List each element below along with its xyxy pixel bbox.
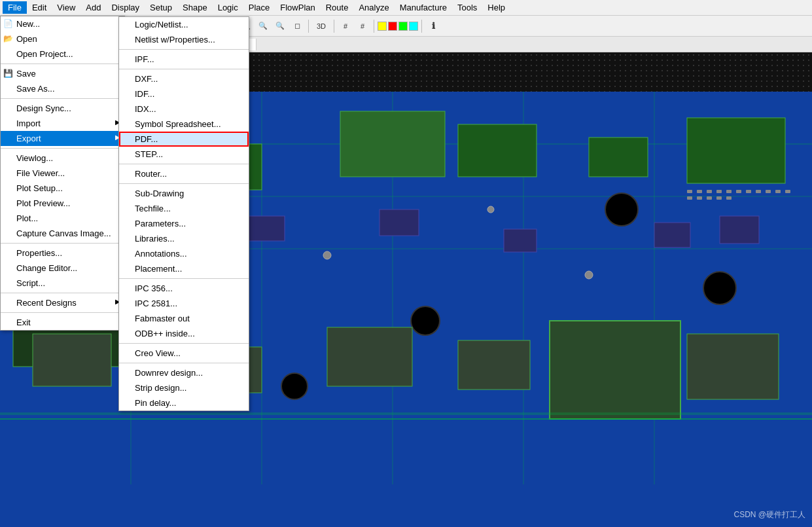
toolbar-layer2[interactable] — [388, 22, 397, 31]
menu-tools[interactable]: Tools — [452, 1, 482, 14]
exp-sep2 — [119, 69, 249, 69]
menu-new[interactable]: 📄 New... — [1, 16, 124, 31]
export-odb-inside[interactable]: ODB++ inside... — [119, 326, 249, 341]
svg-rect-41 — [458, 340, 530, 390]
menu-open[interactable]: 📂 Open — [1, 31, 124, 46]
svg-rect-16 — [550, 321, 680, 419]
sep6 — [1, 312, 124, 313]
menu-capture-canvas[interactable]: Capture Canvas Image... — [1, 226, 124, 241]
sep3 — [1, 148, 124, 149]
menu-import[interactable]: Import — [1, 116, 124, 131]
menu-flowplan[interactable]: FlowPlan — [275, 1, 320, 14]
export-ipc2581[interactable]: IPC 2581... — [119, 296, 249, 311]
menu-recent-designs[interactable]: Recent Designs — [1, 295, 124, 310]
svg-point-21 — [411, 306, 440, 335]
svg-rect-40 — [327, 327, 412, 386]
menu-export[interactable]: Export — [1, 131, 124, 146]
menu-add[interactable]: Add — [80, 1, 106, 14]
export-symbol-spreadsheet[interactable]: Symbol Spreadsheet... — [119, 117, 249, 132]
toolbar-layer1[interactable] — [378, 22, 387, 31]
svg-rect-50 — [736, 190, 741, 193]
toolbar-sep7 — [374, 20, 374, 33]
menu-script[interactable]: Script... — [1, 276, 124, 291]
export-router[interactable]: Router... — [119, 166, 249, 181]
menu-viewlog[interactable]: Viewlog... — [1, 151, 124, 166]
svg-point-28 — [487, 206, 494, 213]
toolbar-zoom4[interactable]: 🔍 — [255, 18, 271, 34]
open-icon: 📂 — [3, 34, 13, 43]
export-strip-design[interactable]: Strip design... — [119, 380, 249, 395]
export-placement[interactable]: Placement... — [119, 261, 249, 276]
svg-rect-9 — [340, 111, 445, 177]
menu-view[interactable]: View — [52, 1, 80, 14]
svg-rect-45 — [687, 190, 692, 193]
toolbar-layer4[interactable] — [409, 22, 418, 31]
menu-setup[interactable]: Setup — [145, 1, 177, 14]
svg-rect-13 — [458, 124, 537, 177]
svg-rect-47 — [707, 190, 712, 193]
svg-rect-36 — [654, 223, 690, 247]
export-techfile[interactable]: Techfile... — [119, 201, 249, 216]
svg-rect-58 — [707, 196, 712, 200]
menu-plot[interactable]: Plot... — [1, 211, 124, 226]
toolbar-sep8 — [421, 20, 422, 33]
exp-sep7 — [119, 363, 249, 363]
export-ipc356[interactable]: IPC 356... — [119, 281, 249, 296]
toolbar-zoom5[interactable]: 🔍 — [272, 18, 288, 34]
exp-sep3 — [119, 164, 249, 164]
toolbar-info[interactable]: ℹ — [425, 18, 441, 34]
menu-open-project[interactable]: Open Project... — [1, 46, 124, 62]
menu-logic[interactable]: Logic — [213, 1, 243, 14]
exp-sep4 — [119, 183, 249, 184]
export-sub-drawing[interactable]: Sub-Drawing — [119, 186, 249, 201]
svg-rect-34 — [380, 209, 419, 236]
toolbar-grid2[interactable]: # — [355, 18, 370, 34]
export-creo-view[interactable]: Creo View... — [119, 346, 249, 361]
menu-manufacture[interactable]: Manufacture — [395, 1, 452, 14]
export-parameters[interactable]: Parameters... — [119, 216, 249, 231]
export-idx[interactable]: IDX... — [119, 101, 249, 117]
menu-change-editor[interactable]: Change Editor... — [1, 261, 124, 276]
export-downrev-design[interactable]: Downrev design... — [119, 365, 249, 380]
menu-route[interactable]: Route — [321, 1, 354, 14]
export-netlist-properties[interactable]: Netlist w/Properties... — [119, 32, 249, 47]
svg-point-22 — [703, 272, 736, 304]
menu-file[interactable]: File — [3, 1, 27, 14]
menu-save[interactable]: 💾 Save — [1, 66, 124, 81]
toolbar-grid1[interactable]: # — [338, 18, 353, 34]
menu-exit[interactable]: Exit — [1, 315, 124, 330]
menu-save-as[interactable]: Save As... — [1, 81, 124, 96]
svg-rect-14 — [589, 137, 648, 177]
menu-plot-setup[interactable]: Plot Setup... — [1, 181, 124, 196]
menu-help[interactable]: Help — [482, 1, 510, 14]
export-ipf[interactable]: IPF... — [119, 52, 249, 67]
svg-rect-37 — [720, 216, 759, 244]
export-pdf[interactable]: PDF... — [119, 132, 249, 147]
menu-properties[interactable]: Properties... — [1, 245, 124, 261]
menu-plot-preview[interactable]: Plot Preview... — [1, 196, 124, 211]
sep1 — [1, 64, 124, 64]
menu-file-viewer[interactable]: File Viewer... — [1, 166, 124, 181]
export-libraries[interactable]: Libraries... — [119, 231, 249, 246]
toolbar-3d[interactable]: 3D — [312, 18, 330, 34]
menu-edit[interactable]: Edit — [27, 1, 52, 14]
export-logic-netlist[interactable]: Logic/Netlist... — [119, 17, 249, 32]
svg-rect-15 — [687, 118, 785, 183]
menu-place[interactable]: Place — [243, 1, 275, 14]
export-annotations[interactable]: Annotations... — [119, 246, 249, 261]
svg-rect-33 — [249, 216, 285, 241]
menu-shape[interactable]: Shape — [177, 1, 213, 14]
menu-analyze[interactable]: Analyze — [353, 1, 394, 14]
toolbar-layer3[interactable] — [398, 22, 408, 31]
export-idf[interactable]: IDF... — [119, 86, 249, 101]
export-step[interactable]: STEP... — [119, 147, 249, 162]
export-fabmaster[interactable]: Fabmaster out — [119, 311, 249, 326]
svg-rect-35 — [504, 229, 537, 252]
menu-design-sync[interactable]: Design Sync... — [1, 101, 124, 116]
menu-display[interactable]: Display — [106, 1, 145, 14]
svg-rect-57 — [697, 196, 702, 200]
export-pin-delay[interactable]: Pin delay... — [119, 395, 249, 410]
export-submenu: Logic/Netlist... Netlist w/Properties...… — [118, 16, 249, 411]
toolbar-zoom6[interactable]: ◻ — [289, 18, 305, 34]
export-dxf[interactable]: DXF... — [119, 71, 249, 86]
